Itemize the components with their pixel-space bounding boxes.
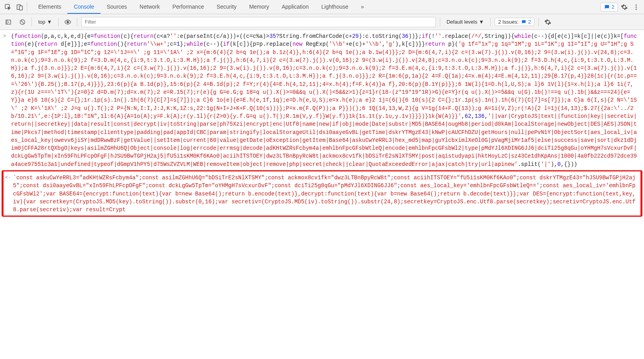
filter-input[interactable] bbox=[81, 17, 436, 27]
tab-sources[interactable]: Sources bbox=[101, 0, 133, 14]
message-icon bbox=[604, 4, 610, 10]
chevron-down-icon: ▼ bbox=[47, 19, 52, 25]
issues-count: 2 bbox=[528, 19, 531, 25]
svg-point-3 bbox=[636, 4, 637, 6]
divider bbox=[538, 18, 539, 26]
console-settings-icon[interactable] bbox=[543, 17, 553, 27]
live-expression-icon[interactable] bbox=[63, 17, 73, 27]
context-label: top bbox=[38, 19, 45, 25]
tab-memory[interactable]: Memory bbox=[243, 0, 275, 14]
more-menu-icon[interactable] bbox=[631, 2, 642, 13]
settings-icon[interactable] bbox=[619, 2, 630, 13]
divider bbox=[77, 18, 77, 26]
message-icon bbox=[521, 19, 527, 25]
console-input-row[interactable]: > (function(p,a,c,k,e,d){e=function(c){r… bbox=[0, 32, 644, 169]
chevron-down-icon: ▼ bbox=[479, 19, 484, 25]
result-icon: <· bbox=[5, 174, 13, 214]
context-selector[interactable]: top ▼ bbox=[36, 18, 54, 26]
console-result-text: `const askuCwYeRRL3="adKHtWZRsFcbym4a";c… bbox=[13, 174, 637, 214]
tab-application[interactable]: Application bbox=[275, 0, 315, 14]
svg-point-5 bbox=[636, 8, 637, 9]
issues-label: 2 Issues: bbox=[498, 19, 519, 25]
tab-more[interactable]: » bbox=[355, 0, 370, 14]
tab-elements[interactable]: Elements bbox=[32, 0, 67, 14]
svg-point-8 bbox=[67, 21, 69, 23]
console-code: (function(p,a,c,k,e,d){e=function(c){ret… bbox=[11, 32, 639, 168]
console-result-row[interactable]: <· `const askuCwYeRRL3="adKHtWZRsFcbym4a… bbox=[2, 170, 642, 216]
tab-network[interactable]: Network bbox=[133, 0, 166, 14]
panel-tabs: Elements Console Sources Network Perform… bbox=[32, 0, 370, 14]
device-toggle-icon[interactable] bbox=[14, 2, 25, 13]
inspect-icon[interactable] bbox=[2, 2, 13, 13]
sidebar-toggle-icon[interactable] bbox=[3, 17, 13, 27]
divider bbox=[58, 18, 59, 26]
tab-lighthouse[interactable]: Lighthouse bbox=[315, 0, 355, 14]
tab-security[interactable]: Security bbox=[210, 0, 243, 14]
messages-badge[interactable]: 2 bbox=[600, 3, 618, 11]
console-filter-bar: top ▼ Default levels ▼ 2 Issues: 2 bbox=[0, 14, 644, 30]
issues-button[interactable]: 2 Issues: 2 bbox=[495, 18, 534, 26]
divider bbox=[440, 18, 440, 26]
svg-point-4 bbox=[636, 6, 637, 7]
main-tab-bar: Elements Console Sources Network Perform… bbox=[0, 0, 644, 14]
log-levels-selector[interactable]: Default levels ▼ bbox=[444, 18, 486, 26]
tab-performance[interactable]: Performance bbox=[166, 0, 210, 14]
console-messages[interactable]: > (function(p,a,c,k,e,d){e=function(c){r… bbox=[0, 30, 644, 359]
clear-console-icon[interactable] bbox=[17, 17, 28, 27]
divider bbox=[27, 2, 27, 11]
tab-console[interactable]: Console bbox=[67, 0, 100, 14]
divider bbox=[32, 18, 32, 26]
devtools-panel: Elements Console Sources Network Perform… bbox=[0, 0, 644, 359]
prompt-icon: > bbox=[3, 32, 11, 168]
messages-count: 2 bbox=[612, 4, 614, 10]
svg-rect-2 bbox=[19, 6, 22, 10]
levels-label: Default levels bbox=[447, 19, 477, 25]
divider bbox=[490, 18, 491, 26]
